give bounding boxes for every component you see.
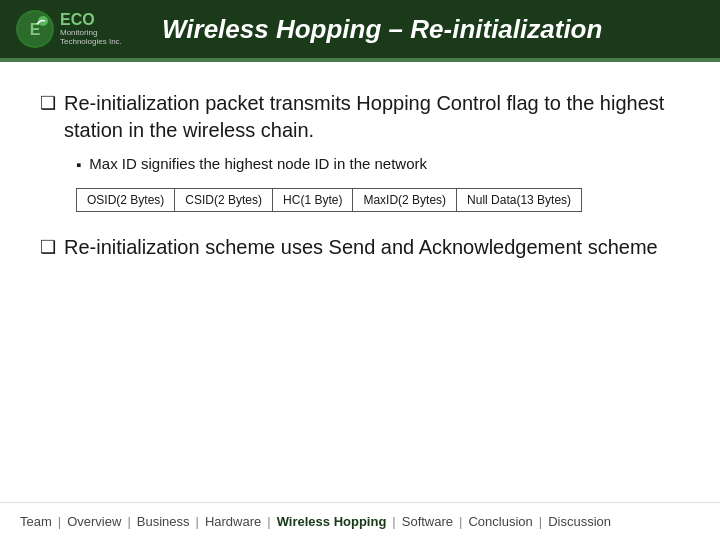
nav-separator: | [125, 514, 132, 529]
nav-separator: | [390, 514, 397, 529]
sub-bullet-1: ▪ Max ID signifies the highest node ID i… [76, 154, 680, 174]
nav-item-wireless-hopping[interactable]: Wireless Hopping [273, 514, 391, 529]
nav-item-discussion[interactable]: Discussion [544, 514, 615, 529]
packet-cell-1: CSID(2 Bytes) [175, 189, 273, 211]
bullet-text-1: Re-initialization packet transmits Hoppi… [64, 90, 680, 144]
sub-bullet-text-1: Max ID signifies the highest node ID in … [89, 154, 427, 174]
packet-table: OSID(2 Bytes) CSID(2 Bytes) HC(1 Byte) M… [76, 188, 582, 212]
nav-item-team[interactable]: Team [16, 514, 56, 529]
nav-item-conclusion[interactable]: Conclusion [464, 514, 536, 529]
bullet-item-1: ❑ Re-initialization packet transmits Hop… [40, 90, 680, 144]
logo-technologies-label: Technologies Inc. [60, 38, 122, 47]
nav-separator: | [194, 514, 201, 529]
nav-separator: | [56, 514, 63, 529]
bullet-icon-1: ❑ [40, 92, 56, 114]
bullet-item-2: ❑ Re-initialization scheme uses Send and… [40, 234, 680, 261]
page-title: Wireless Hopping – Re-initialization [162, 14, 602, 45]
nav-item-software[interactable]: Software [398, 514, 457, 529]
nav-item-overview[interactable]: Overview [63, 514, 125, 529]
nav-separator: | [265, 514, 272, 529]
nav-item-hardware[interactable]: Hardware [201, 514, 265, 529]
main-content: ❑ Re-initialization packet transmits Hop… [0, 62, 720, 502]
nav-separator: | [457, 514, 464, 529]
bullet-text-2: Re-initialization scheme uses Send and A… [64, 234, 658, 261]
bullet-icon-2: ❑ [40, 236, 56, 258]
logo-text: ECO Monitoring Technologies Inc. [60, 11, 122, 46]
packet-cell-3: MaxID(2 Bytes) [353, 189, 457, 211]
footer-nav: Team | Overview | Business | Hardware | … [0, 502, 720, 540]
header: E ECO Monitoring Technologies Inc. Wirel… [0, 0, 720, 58]
logo: E ECO Monitoring Technologies Inc. [16, 10, 146, 48]
packet-cell-2: HC(1 Byte) [273, 189, 353, 211]
packet-cell-0: OSID(2 Bytes) [77, 189, 175, 211]
logo-eco-label: ECO [60, 11, 122, 29]
sub-bullet-icon-1: ▪ [76, 156, 81, 173]
nav-separator: | [537, 514, 544, 529]
packet-cell-4: Null Data(13 Bytes) [457, 189, 581, 211]
logo-icon: E [16, 10, 54, 48]
nav-item-business[interactable]: Business [133, 514, 194, 529]
